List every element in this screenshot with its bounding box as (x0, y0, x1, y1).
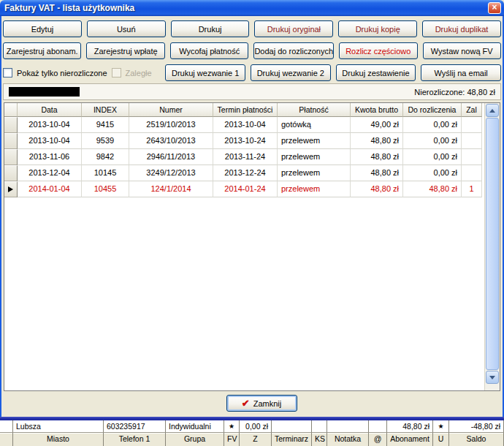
drukuj-kopie-button[interactable]: Drukuj kopię (338, 20, 417, 37)
grid-cell: przelewem (278, 181, 351, 197)
zarejestruj-abonament-button[interactable]: Zarejestruj abonam. (3, 42, 81, 59)
column-header-kwota-brutto[interactable]: Kwota brutto (351, 103, 403, 117)
wyslij-na-email-button[interactable]: Wyślij na email (421, 64, 501, 81)
table-row[interactable]: 2013-11-0698422946/11/20132013-11-24prze… (4, 149, 500, 165)
row-selector-cell[interactable] (4, 165, 18, 181)
drukuj-button[interactable]: Drukuj (171, 20, 250, 37)
grid-cell: 0,00 zł (403, 117, 462, 133)
grid-cell: 9415 (82, 117, 129, 133)
grid-cell: 48,80 zł (351, 181, 403, 197)
drukuj-wezwanie-1-button[interactable]: Drukuj wezwanie 1 (165, 64, 245, 81)
grid-cell: 2013-10-04 (213, 117, 278, 133)
status-value-cell: ★ (224, 420, 240, 433)
table-row[interactable]: 2013-10-0494152519/10/20132013-10-04gotó… (4, 117, 500, 133)
grid-cell: 0,00 zł (403, 149, 462, 165)
grid-cell: 2519/10/2013 (129, 117, 213, 133)
grid-cell: 2014-01-04 (18, 181, 82, 197)
grid-cell: 48,80 zł (403, 181, 462, 197)
drukuj-oryginal-button[interactable]: Drukuj oryginał (254, 20, 333, 37)
scroll-up-button[interactable] (486, 104, 499, 117)
status-value-cell: Lubsza (13, 420, 104, 433)
column-header-data[interactable]: Data (18, 103, 82, 117)
down-arrow-icon (489, 376, 495, 379)
table-row[interactable]: 2013-10-0495392643/10/20132013-10-24prze… (4, 133, 500, 149)
invoice-grid: DataINDEXNumerTermin płatnościPłatnośćKw… (4, 102, 500, 391)
grid-cell: 9539 (82, 133, 129, 149)
selector-header-cell (4, 103, 18, 117)
status-label-cell: Notatka (327, 433, 369, 446)
edytuj-button[interactable]: Edytuj (3, 20, 82, 37)
status-label-cell: U (433, 433, 449, 446)
grid-cell: 1 (462, 181, 482, 197)
grid-cell: 2013-10-24 (213, 133, 278, 149)
wystaw-nowa-fv-button[interactable]: Wystaw nową FV (423, 42, 501, 59)
column-header-numer[interactable]: Numer (129, 103, 213, 117)
grid-cell: 9842 (82, 149, 129, 165)
column-header-zal[interactable]: Zal (462, 103, 482, 117)
grid-cell (462, 165, 482, 181)
column-header-termin-p-atno-ci[interactable]: Termin płatności (213, 103, 278, 117)
red-check-icon: ✔ (242, 398, 250, 408)
status-label-cell: @ (369, 433, 387, 446)
status-value-cell (312, 420, 327, 433)
column-header-index[interactable]: INDEX (82, 103, 129, 117)
grid-cell: 2013-12-24 (213, 165, 278, 181)
status-value-cell (327, 420, 369, 433)
row-selector-cell[interactable] (4, 133, 18, 149)
rozlicz-czesciowo-button[interactable]: Rozlicz częściowo (339, 42, 417, 59)
status-label-cell: Grupa (166, 433, 224, 446)
overdue-checkbox (112, 68, 121, 78)
zamknij-button[interactable]: ✔ Zamknij (226, 395, 297, 412)
row-selector-cell[interactable] (4, 181, 18, 197)
scroll-down-button[interactable] (486, 371, 499, 384)
grid-cell (462, 149, 482, 165)
redacted-client-name (9, 87, 80, 97)
column-header-p-atno-[interactable]: Płatność (278, 103, 351, 117)
show-unsettled-checkbox[interactable] (3, 68, 12, 78)
statusbar-values: Lubsza603235917Indywidualni★0,00 zł48,80… (0, 420, 504, 433)
grid-cell: 49,00 zł (351, 117, 403, 133)
column-header-do-rozliczenia[interactable]: Do rozliczenia (403, 103, 462, 117)
status-label-cell (0, 433, 13, 446)
drukuj-wezwanie-2-button[interactable]: Drukuj wezwanie 2 (251, 64, 331, 81)
grid-cell: 10455 (82, 181, 129, 197)
drukuj-zestawienie-button[interactable]: Drukuj zestawienie (336, 64, 416, 81)
grid-cell: 0,00 zł (403, 133, 462, 149)
table-row[interactable]: 2013-12-04101453249/12/20132013-12-24prz… (4, 165, 500, 181)
window-title: Faktury VAT - lista użytkownika (0, 3, 134, 13)
grid-body: 2013-10-0494152519/10/20132013-10-04gotó… (4, 117, 500, 197)
statusbar-labels: MiastoTelefon 1GrupaFVZTerminarzKSNotatk… (0, 433, 504, 446)
vertical-scrollbar[interactable] (484, 103, 500, 390)
close-window-button[interactable]: × (488, 2, 501, 14)
toolbar-row-1: Edytuj Usuń Drukuj Drukuj oryginał Druku… (3, 20, 501, 37)
unsettled-total-label: Nierozliczone: 48,80 zł (414, 88, 495, 97)
zarejestruj-wplate-button[interactable]: Zarejestruj wpłatę (86, 42, 164, 59)
table-row[interactable]: 2014-01-0410455124/1/20142014-01-24przel… (4, 181, 500, 197)
toolbar-row-3: Pokaż tylko nierozliczone Zaległe Drukuj… (3, 64, 501, 81)
grid-cell: 2013-10-04 (18, 117, 82, 133)
grid-cell: przelewem (278, 149, 351, 165)
status-value-cell: 48,80 zł (387, 420, 433, 433)
row-selector-cell[interactable] (4, 149, 18, 165)
status-value-cell (369, 420, 387, 433)
title-bar: Faktury VAT - lista użytkownika × (0, 0, 504, 16)
grid-cell: 2013-12-04 (18, 165, 82, 181)
row-selector-cell[interactable] (4, 117, 18, 133)
drukuj-duplikat-button[interactable]: Drukuj duplikat (422, 20, 501, 37)
grid-cell: 48,80 zł (351, 149, 403, 165)
toolbar-row-2: Zarejestruj abonam. Zarejestruj wpłatę W… (3, 42, 501, 59)
grid-cell: 124/1/2014 (129, 181, 213, 197)
grid-cell: 2013-11-24 (213, 149, 278, 165)
status-label-cell: Miasto (13, 433, 104, 446)
usun-button[interactable]: Usuń (87, 20, 166, 37)
scrollbar-thumb[interactable] (486, 118, 499, 370)
show-unsettled-label: Pokaż tylko nierozliczone (17, 69, 107, 78)
wycofaj-platnosc-button[interactable]: Wycofaj płatność (170, 42, 248, 59)
grid-cell: 2014-01-24 (213, 181, 278, 197)
grid-cell: 2946/11/2013 (129, 149, 213, 165)
dodaj-do-rozliczonych-button[interactable]: Dodaj do rozliczonych (253, 42, 334, 59)
up-arrow-icon (489, 109, 495, 113)
grid-cell: 2643/10/2013 (129, 133, 213, 149)
status-value-cell: -48,80 zł (449, 420, 504, 433)
status-label-cell: Abonament (387, 433, 433, 446)
